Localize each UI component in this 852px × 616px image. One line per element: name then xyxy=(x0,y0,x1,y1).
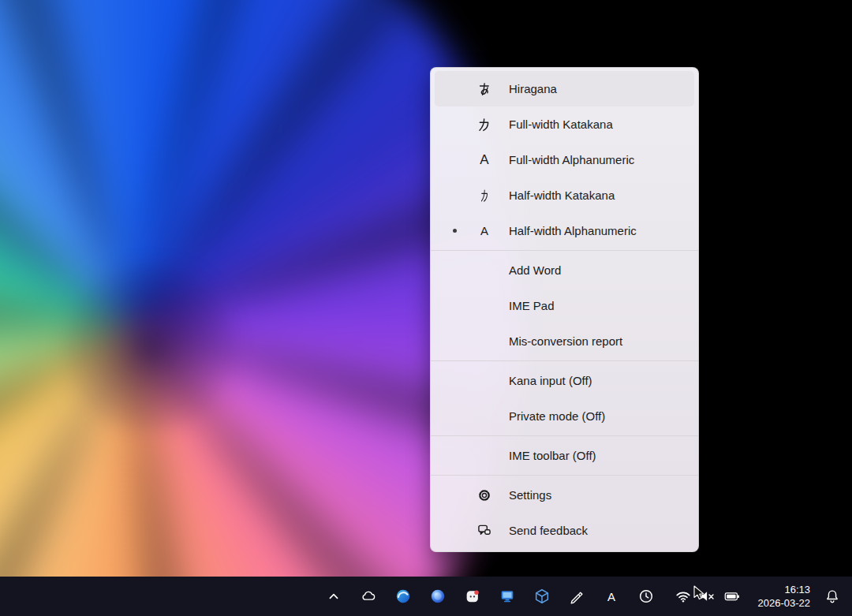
menu-separator xyxy=(431,475,698,476)
menu-item-add-word[interactable]: Add Word xyxy=(435,252,694,288)
halfwidth-katakana-icon xyxy=(475,186,494,205)
menu-item-fullwidth-katakana[interactable]: Full-width Katakana xyxy=(435,106,694,142)
selection-indicator xyxy=(435,106,475,142)
settings-gear-icon xyxy=(475,486,494,505)
menu-item-hiragana[interactable]: Hiragana xyxy=(435,71,694,106)
ime-mode-indicator[interactable]: A xyxy=(600,582,624,610)
selection-indicator xyxy=(435,213,475,248)
app-badge-icon[interactable] xyxy=(461,582,485,610)
onedrive-cloud-icon[interactable] xyxy=(357,582,381,610)
menu-item-label: Add Word xyxy=(509,263,561,277)
menu-item-label: Full-width Alphanumeric xyxy=(509,153,634,166)
menu-item-kana-input[interactable]: Kana input (Off) xyxy=(435,363,694,398)
taskbar: A xyxy=(0,577,852,616)
clock-app-icon[interactable] xyxy=(634,582,659,610)
wallpaper xyxy=(0,0,852,616)
monitor-app-icon[interactable] xyxy=(495,582,520,610)
selection-indicator xyxy=(435,513,475,548)
quick-settings[interactable] xyxy=(670,584,746,608)
battery-icon xyxy=(723,588,741,605)
menu-item-label: Mis-conversion report xyxy=(509,334,622,348)
selection-indicator xyxy=(435,477,475,513)
taskbar-clock[interactable]: 16:13 2026-03-22 xyxy=(755,581,814,611)
ime-mode-letter: A xyxy=(607,590,615,603)
fullwidth-alphanumeric-icon: A xyxy=(475,151,494,170)
menu-item-label: Kana input (Off) xyxy=(509,374,592,387)
selection-indicator xyxy=(435,142,475,177)
menu-item-label: Private mode (Off) xyxy=(509,409,605,423)
menu-item-label: IME toolbar (Off) xyxy=(509,449,596,462)
bloom-center-shadow xyxy=(47,260,252,434)
clock-time: 16:13 xyxy=(758,583,811,596)
menu-separator xyxy=(431,435,698,436)
menu-item-private-mode[interactable]: Private mode (Off) xyxy=(435,398,694,434)
menu-item-label: Half-width Katakana xyxy=(509,189,615,202)
menu-item-settings[interactable]: Settings xyxy=(435,477,694,513)
devbox-app-icon[interactable] xyxy=(530,582,555,610)
selection-indicator xyxy=(435,177,475,213)
menu-separator xyxy=(431,250,698,251)
menu-item-ime-toolbar[interactable]: IME toolbar (Off) xyxy=(435,438,694,473)
hiragana-icon xyxy=(475,80,494,99)
wifi-icon xyxy=(674,588,692,605)
menu-item-label: Hiragana xyxy=(509,82,557,95)
clock-date: 2026-03-22 xyxy=(758,596,811,610)
menu-item-label: Full-width Katakana xyxy=(509,118,613,131)
notification-bell-icon[interactable] xyxy=(820,582,844,610)
menu-item-label: Settings xyxy=(509,488,551,502)
menu-item-misconversion-report[interactable]: Mis-conversion report xyxy=(435,323,694,359)
ime-context-menu: Hiragana Full-width Katakana A Full-widt… xyxy=(430,67,699,552)
desktop: Hiragana Full-width Katakana A Full-widt… xyxy=(0,0,852,616)
menu-item-send-feedback[interactable]: Send feedback xyxy=(435,513,694,548)
selection-indicator xyxy=(435,71,475,106)
mouse-cursor xyxy=(693,585,707,601)
app-swirl-icon[interactable] xyxy=(391,582,416,610)
copilot-orb-icon[interactable] xyxy=(426,582,450,610)
menu-item-ime-pad[interactable]: IME Pad xyxy=(435,288,694,323)
menu-item-label: Send feedback xyxy=(509,524,588,537)
pen-input-icon[interactable] xyxy=(565,582,589,610)
feedback-icon xyxy=(475,521,494,540)
hidden-icons-chevron[interactable] xyxy=(322,582,346,610)
menu-item-halfwidth-alphanumeric[interactable]: A Half-width Alphanumeric xyxy=(435,213,694,248)
halfwidth-alphanumeric-icon: A xyxy=(475,222,494,241)
system-tray: A xyxy=(322,582,659,610)
menu-item-fullwidth-alphanumeric[interactable]: A Full-width Alphanumeric xyxy=(435,142,694,177)
menu-item-label: IME Pad xyxy=(509,299,555,312)
menu-item-label: Half-width Alphanumeric xyxy=(509,224,637,237)
fullwidth-katakana-icon xyxy=(475,115,494,134)
menu-item-halfwidth-katakana[interactable]: Half-width Katakana xyxy=(435,177,694,213)
menu-separator xyxy=(431,360,698,361)
